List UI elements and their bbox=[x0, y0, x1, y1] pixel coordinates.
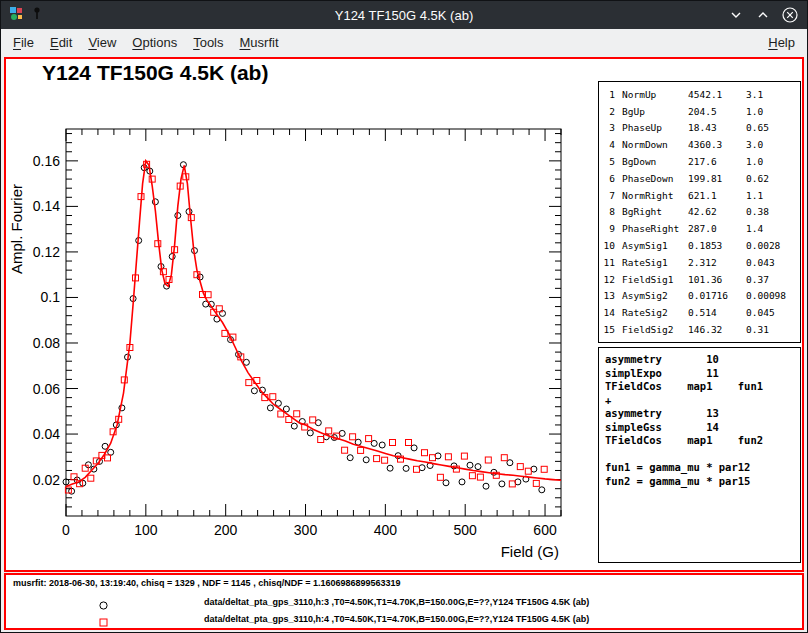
svg-text:0.02: 0.02 bbox=[33, 472, 60, 488]
svg-text:0.04: 0.04 bbox=[33, 426, 60, 442]
parameter-panel: 1NormUp4542.13.12BgUp204.51.03PhaseUp18.… bbox=[598, 81, 801, 343]
svg-text:0.06: 0.06 bbox=[33, 381, 60, 397]
theory-line: simplExpo 11 bbox=[605, 367, 794, 381]
legend-label: data/deltat_pta_gps_3110,h:4 ,T0=4.50K,T… bbox=[204, 614, 589, 624]
svg-text:200: 200 bbox=[214, 522, 238, 538]
fourier-plot[interactable]: 01002003004005006000.020.040.060.080.10.… bbox=[6, 59, 596, 564]
theory-line: asymmetry 10 bbox=[605, 353, 794, 367]
parameter-row: 12FieldSig1101.360.37 bbox=[599, 271, 800, 288]
theory-line: asymmetry 13 bbox=[605, 407, 794, 421]
fit-info-line: musrfit: 2018-06-30, 13:19:40, chisq = 1… bbox=[13, 578, 400, 588]
parameter-row: 13AsymSig20.017160.00098 bbox=[599, 288, 800, 305]
parameter-row: 15FieldSig2146.320.31 bbox=[599, 321, 800, 338]
theory-panel: asymmetry 10simplExpo 11TFieldCos map1 f… bbox=[598, 347, 801, 563]
musrview-window: Y124 TF150G 4.5K (ab) FileEditViewOption… bbox=[0, 0, 808, 633]
svg-text:400: 400 bbox=[374, 522, 398, 538]
titlebar-right bbox=[727, 6, 807, 24]
square-marker-icon bbox=[98, 614, 109, 632]
svg-text:600: 600 bbox=[533, 522, 557, 538]
svg-text:Ampl. Fourier: Ampl. Fourier bbox=[8, 184, 25, 274]
root-canvas[interactable]: Y124 TF150G 4.5K (ab) 010020030040050060… bbox=[1, 55, 807, 632]
theory-line: simpleGss 14 bbox=[605, 421, 794, 435]
minimize-button[interactable] bbox=[727, 6, 745, 24]
legend-label: data/deltat_pta_gps_3110,h:3 ,T0=4.50K,T… bbox=[204, 597, 589, 607]
svg-text:0: 0 bbox=[62, 522, 70, 538]
svg-text:0.08: 0.08 bbox=[33, 335, 60, 351]
menu-item-tools[interactable]: Tools bbox=[185, 31, 231, 54]
parameter-row: 3PhaseUp18.430.65 bbox=[599, 120, 800, 137]
svg-text:0.12: 0.12 bbox=[33, 244, 60, 260]
app-icon bbox=[9, 6, 24, 25]
svg-text:Field (G): Field (G) bbox=[501, 543, 559, 560]
parameter-row: 6PhaseDown199.810.62 bbox=[599, 170, 800, 187]
parameter-row: 11RateSig12.3120.043 bbox=[599, 254, 800, 271]
parameter-row: 9PhaseRight287.01.4 bbox=[599, 220, 800, 237]
theory-line: TFieldCos map1 fun1 bbox=[605, 380, 794, 394]
menu-item-view[interactable]: View bbox=[80, 31, 124, 54]
pin-icon[interactable] bbox=[31, 6, 43, 24]
svg-text:100: 100 bbox=[134, 522, 158, 538]
titlebar-left bbox=[1, 6, 43, 25]
menubar: FileEditViewOptionsToolsMusrfit Help bbox=[1, 29, 807, 55]
parameter-row: 1NormUp4542.13.1 bbox=[599, 86, 800, 103]
svg-text:0.16: 0.16 bbox=[33, 153, 60, 169]
menu-item-file[interactable]: File bbox=[5, 31, 42, 54]
theory-line: fun1 = gamma_mu * par12 bbox=[605, 461, 794, 475]
parameter-row: 8BgRight42.620.38 bbox=[599, 204, 800, 221]
legend-entry: data/deltat_pta_gps_3110,h:3 ,T0=4.50K,T… bbox=[6, 594, 802, 611]
menu-item-edit[interactable]: Edit bbox=[42, 31, 80, 54]
parameter-row: 10AsymSig10.18530.0028 bbox=[599, 237, 800, 254]
svg-text:500: 500 bbox=[454, 522, 478, 538]
menu-left: FileEditViewOptionsToolsMusrfit bbox=[5, 31, 287, 54]
legend: data/deltat_pta_gps_3110,h:3 ,T0=4.50K,T… bbox=[6, 594, 802, 628]
svg-text:300: 300 bbox=[294, 522, 318, 538]
legend-entry: data/deltat_pta_gps_3110,h:4 ,T0=4.50K,T… bbox=[6, 611, 802, 628]
theory-line bbox=[605, 448, 794, 462]
parameter-row: 2BgUp204.51.0 bbox=[599, 103, 800, 120]
maximize-button[interactable] bbox=[754, 6, 772, 24]
close-button[interactable] bbox=[781, 6, 799, 24]
theory-line: fun2 = gamma_mu * par15 bbox=[605, 475, 794, 489]
parameter-row: 14RateSig20.5140.045 bbox=[599, 304, 800, 321]
plot-pad[interactable]: Y124 TF150G 4.5K (ab) 010020030040050060… bbox=[4, 57, 804, 572]
window-title: Y124 TF150G 4.5K (ab) bbox=[1, 8, 807, 23]
menu-right: Help bbox=[760, 31, 803, 54]
titlebar[interactable]: Y124 TF150G 4.5K (ab) bbox=[1, 1, 807, 29]
parameter-row: 5BgDown217.61.0 bbox=[599, 153, 800, 170]
parameter-row: 4NormDown4360.33.0 bbox=[599, 136, 800, 153]
menu-item-options[interactable]: Options bbox=[124, 31, 185, 54]
info-pad[interactable]: musrfit: 2018-06-30, 13:19:40, chisq = 1… bbox=[4, 573, 804, 630]
menu-item-musrfit[interactable]: Musrfit bbox=[232, 31, 287, 54]
menu-item-help[interactable]: Help bbox=[760, 31, 803, 54]
svg-text:0.14: 0.14 bbox=[33, 198, 60, 214]
parameter-row: 7NormRight621.11.1 bbox=[599, 187, 800, 204]
theory-line: TFieldCos map1 fun2 bbox=[605, 434, 794, 448]
svg-text:0.1: 0.1 bbox=[41, 289, 61, 305]
theory-line: + bbox=[605, 394, 794, 408]
